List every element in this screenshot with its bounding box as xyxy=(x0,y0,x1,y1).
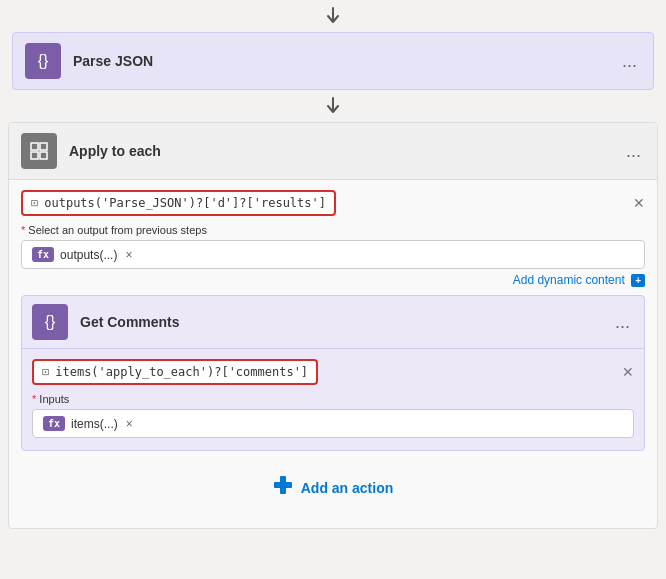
middle-connector xyxy=(0,90,666,122)
parse-json-icon: {} xyxy=(25,43,61,79)
apply-each-expression-close[interactable]: ✕ xyxy=(633,195,645,211)
get-comments-expression-row: ⊡ items('apply_to_each')?['comments'] ✕ xyxy=(32,359,634,385)
fx-badge: fx xyxy=(32,247,54,262)
top-connector xyxy=(0,0,666,32)
inputs-fx-badge: fx xyxy=(43,416,65,431)
get-comments-expression-box: ⊡ items('apply_to_each')?['comments'] xyxy=(32,359,318,385)
inputs-field[interactable]: fx items(...) × xyxy=(32,409,634,438)
svg-rect-5 xyxy=(280,476,286,494)
get-comments-header: {} Get Comments ... xyxy=(22,296,644,349)
parse-json-more-options[interactable]: ... xyxy=(618,47,641,76)
apply-each-header: Apply to each ... xyxy=(9,123,657,180)
add-action-button[interactable]: Add an action xyxy=(257,467,410,508)
apply-each-expression-box: ⊡ outputs('Parse_JSON')?['d']?['results'… xyxy=(21,190,336,216)
parse-json-card: {} Parse JSON ... xyxy=(12,32,654,90)
expression-icon: ⊡ xyxy=(31,196,38,210)
add-action-container: Add an action xyxy=(9,467,657,508)
add-action-icon xyxy=(273,475,293,500)
add-action-label: Add an action xyxy=(301,480,394,496)
svg-rect-2 xyxy=(31,152,38,159)
inner-expression-icon: ⊡ xyxy=(42,365,49,379)
select-output-label: * Select an output from previous steps xyxy=(21,224,645,236)
apply-each-container: Apply to each ... ⊡ outputs('Parse_JSON'… xyxy=(8,122,658,529)
apply-each-expression-value: outputs('Parse_JSON')?['d']?['results'] xyxy=(44,196,326,210)
apply-each-icon xyxy=(21,133,57,169)
svg-rect-0 xyxy=(31,143,38,150)
add-dynamic-plus: + xyxy=(631,274,645,287)
add-dynamic-content-row: Add dynamic content + xyxy=(21,273,645,287)
output-token-close[interactable]: × xyxy=(125,248,132,262)
add-dynamic-content-link[interactable]: Add dynamic content + xyxy=(513,273,645,287)
get-comments-icon: {} xyxy=(32,304,68,340)
output-field[interactable]: fx outputs(...) × xyxy=(21,240,645,269)
get-comments-card: {} Get Comments ... ⊡ items('apply_to_ea… xyxy=(21,295,645,451)
svg-rect-3 xyxy=(40,152,47,159)
output-token-text: outputs(...) xyxy=(60,248,117,262)
get-comments-expression-value: items('apply_to_each')?['comments'] xyxy=(55,365,308,379)
inputs-token-close[interactable]: × xyxy=(126,417,133,431)
apply-each-more-options[interactable]: ... xyxy=(622,137,645,166)
get-comments-title: Get Comments xyxy=(80,314,611,330)
get-comments-expression-close[interactable]: ✕ xyxy=(622,364,634,380)
apply-each-title: Apply to each xyxy=(69,143,622,159)
inputs-label: * Inputs xyxy=(32,393,634,405)
svg-rect-1 xyxy=(40,143,47,150)
inputs-token-text: items(...) xyxy=(71,417,118,431)
apply-each-expression-row: ⊡ outputs('Parse_JSON')?['d']?['results'… xyxy=(21,190,645,216)
get-comments-more-options[interactable]: ... xyxy=(611,308,634,337)
parse-json-title: Parse JSON xyxy=(73,53,618,69)
